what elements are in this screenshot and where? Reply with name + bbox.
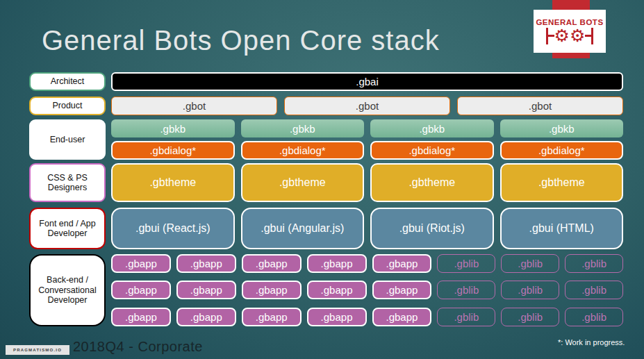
gblib-box: .gblib — [437, 308, 495, 326]
page-title: General Bots Open Core stack — [42, 25, 440, 56]
gbui-angular-box: .gbui (Angular.js) — [241, 208, 365, 249]
gear-line-left — [548, 35, 554, 37]
gbtheme-box: .gbtheme — [241, 163, 365, 202]
gblib-box: .gblib — [501, 308, 559, 326]
gear-line-right — [585, 35, 591, 37]
gbapp-box: .gbapp — [111, 254, 171, 273]
row-backend-3: .gbapp .gbapp .gbapp .gbapp .gbapp .gbli… — [111, 308, 623, 326]
gbapp-box: .gbapp — [372, 281, 432, 299]
role-label-product: Product — [29, 97, 106, 115]
gbui-react-box: .gbui (React.js) — [111, 208, 235, 249]
gbtheme-box: .gbtheme — [111, 163, 235, 202]
gblib-box: .gblib — [437, 254, 495, 273]
gbapp-box: .gbapp — [307, 308, 367, 326]
gbkb-box: .gbkb — [111, 119, 235, 137]
gbtheme-box: .gbtheme — [370, 163, 494, 202]
gbapp-box: .gbapp — [111, 281, 171, 299]
gbdialog-box: .gbdialog* — [500, 141, 624, 160]
row-gbkb: .gbkb .gbkb .gbkb .gbkb — [111, 119, 623, 137]
role-label-frontend-app-developer: Font end / App Developer — [29, 208, 106, 249]
slide-canvas: General Bots Open Core stack GENERAL BOT… — [0, 0, 644, 359]
gblib-box: .gblib — [565, 254, 623, 273]
gbapp-box: .gbapp — [242, 254, 302, 273]
gears-icon: ⚙ ⚙ — [546, 27, 593, 44]
role-label-backend-conversational-developer: Back-end / Conversational Developer — [29, 254, 106, 326]
gbui-riot-box: .gbui (Riot.js) — [370, 208, 494, 249]
work-in-progress-note: *: Work in progress. — [558, 338, 625, 347]
gbapp-box: .gbapp — [242, 308, 302, 326]
row-gbdialog: .gbdialog* .gbdialog* .gbdialog* .gbdial… — [111, 141, 623, 160]
gbai-box: .gbai — [111, 72, 623, 91]
gbkb-box: .gbkb — [241, 119, 365, 137]
role-label-architect: Architect — [29, 72, 106, 91]
row-gbtheme: .gbtheme .gbtheme .gbtheme .gbtheme — [111, 163, 623, 202]
gbapp-box: .gbapp — [176, 308, 236, 326]
gblib-box: .gblib — [565, 281, 623, 299]
gbapp-box: .gbapp — [176, 281, 236, 299]
gbot-box: .gbot — [284, 97, 450, 115]
gbkb-box: .gbkb — [500, 119, 624, 137]
row-backend-1: .gbapp .gbapp .gbapp .gbapp .gbapp .gbli… — [111, 254, 623, 273]
gbapp-box: .gbapp — [307, 281, 367, 299]
gblib-box: .gblib — [501, 281, 559, 299]
gbtheme-box: .gbtheme — [500, 163, 624, 202]
gear-icon: ⚙ — [554, 27, 570, 44]
gbot-box: .gbot — [457, 97, 623, 115]
gbapp-box: .gbapp — [176, 254, 236, 273]
gbdialog-box: .gbdialog* — [370, 141, 494, 160]
pragmatismo-brand-badge: PRAGMATISMO.IO — [6, 345, 69, 355]
gbui-html-box: .gbui (HTML) — [500, 208, 624, 249]
gbapp-box: .gbapp — [372, 308, 432, 326]
gbkb-box: .gbkb — [370, 119, 494, 137]
role-label-end-user: End-user — [29, 119, 106, 160]
gblib-box: .gblib — [565, 308, 623, 326]
gblib-box: .gblib — [437, 281, 495, 299]
row-gbot: .gbot .gbot .gbot — [111, 97, 623, 115]
gbapp-box: .gbapp — [372, 254, 432, 273]
footer-caption: 2018Q4 - Corporate — [73, 339, 203, 355]
gbapp-box: .gbapp — [111, 308, 171, 326]
gbapp-box: .gbapp — [242, 281, 302, 299]
row-gbai: .gbai — [111, 72, 623, 91]
gblib-box: .gblib — [501, 254, 559, 273]
gbot-box: .gbot — [111, 97, 277, 115]
gear-icon: ⚙ — [570, 27, 585, 44]
gbdialog-box: .gbdialog* — [111, 141, 235, 160]
gbapp-box: .gbapp — [307, 254, 367, 273]
gbdialog-box: .gbdialog* — [241, 141, 365, 160]
row-backend-2: .gbapp .gbapp .gbapp .gbapp .gbapp .gbli… — [111, 281, 623, 299]
general-bots-logo: GENERAL BOTS ⚙ ⚙ — [534, 10, 606, 53]
role-label-css-ps-designers: CSS & PS Designers — [29, 163, 106, 202]
row-gbui: .gbui (React.js) .gbui (Angular.js) .gbu… — [111, 208, 623, 249]
gear-cap-right — [591, 28, 593, 44]
